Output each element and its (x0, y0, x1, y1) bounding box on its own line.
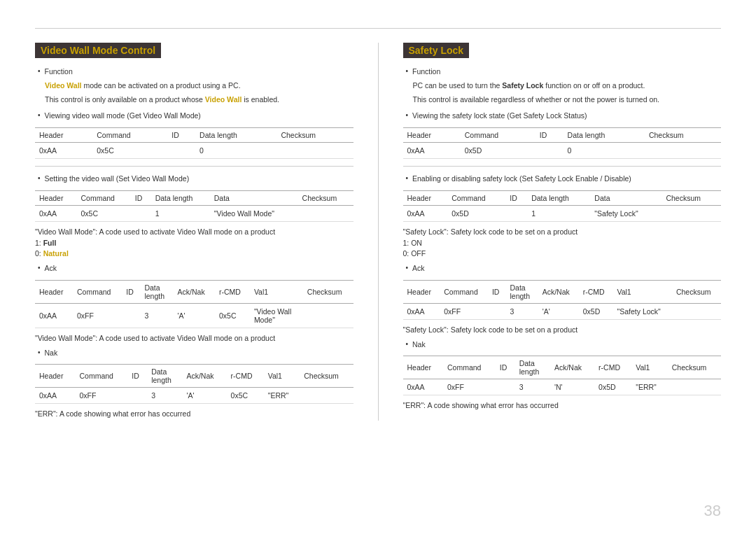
r-nak-col-id: ID (496, 356, 515, 379)
cell-command: 0x5C (76, 205, 130, 221)
r-ack-col-header: Header (403, 280, 440, 303)
cell-command: 0xFF (73, 303, 122, 328)
left-note1: "Video Wall Mode": A code used to activa… (35, 227, 354, 236)
cell-checksum (300, 388, 353, 404)
cell-datalength: 3 (515, 379, 550, 395)
right-value-0: 0: OFF (403, 249, 722, 258)
bullet-dot: • (38, 67, 41, 75)
nak-col-acknak: Ack/Nak (182, 365, 226, 388)
col-header-checksum2: Checksum (298, 190, 354, 205)
cell-acknak: 'A' (182, 388, 226, 404)
left-nak-label: Nak (45, 348, 58, 359)
r-ack-col-datalength: Datalength (506, 280, 538, 303)
col-header-datalength: Data length (195, 128, 276, 143)
r-ack-col-command: Command (440, 280, 488, 303)
r-ack-col-acknak: Ack/Nak (538, 280, 579, 303)
nak-col-header: Header (35, 365, 75, 388)
nak-col-checksum: Checksum (300, 365, 353, 388)
cell-datalength: 0 (564, 143, 645, 159)
nak-col-datalength: Datalength (147, 365, 182, 388)
col-header-datalength2: Data length (151, 190, 210, 205)
cell-id (167, 143, 195, 159)
left-column: Video Wall Mode Control • Function Video… (35, 43, 354, 421)
right-nak-bullet: • Nak (406, 339, 722, 351)
cell-checksum (303, 303, 354, 328)
cell-val1: "Video WallMode" (250, 303, 303, 328)
cell-id (488, 303, 506, 319)
left-err-note: "ERR": A code showing what error has occ… (35, 409, 354, 418)
cell-command: 0x5D (461, 143, 536, 159)
page-number: 38 (704, 502, 721, 520)
r-ack-col-checksum: Checksum (672, 280, 721, 303)
col-header-header2: Header (35, 190, 76, 205)
right-ack-table: Header Command ID Datalength Ack/Nak r-C… (403, 280, 722, 320)
r-ack-col-id: ID (488, 280, 506, 303)
right-viewing-bullet: • Viewing the safety lock state (Get Saf… (406, 111, 722, 122)
cell-datalength: 3 (506, 303, 538, 319)
cell-id (536, 143, 564, 159)
r-col-datalength: Data length (564, 128, 645, 143)
left-function-label: Function (45, 66, 73, 78)
cell-data: "Video Wall Mode" (210, 205, 298, 221)
cell-id (122, 303, 140, 328)
left-ack-table-section: Header Command ID Datalength Ack/Nak r-C… (35, 280, 354, 328)
ack-col-rcmd: r-CMD (215, 280, 250, 303)
nak-col-id: ID (127, 365, 147, 388)
right-nak-table-section: Header Command ID Datalength Ack/Nak r-C… (403, 356, 722, 395)
cell-checksum (298, 205, 354, 221)
cell-command: 0xFF (443, 379, 496, 395)
table-row: 0xAA 0xFF 3 'A' 0x5D "Safety Lock" (403, 303, 722, 319)
ack-col-val1: Val1 (250, 280, 303, 303)
r-col-checksum: Checksum (645, 128, 721, 143)
top-rule (35, 28, 721, 29)
col-header-data2: Data (210, 190, 298, 205)
cell-acknak: 'A' (538, 303, 579, 319)
r-ack-col-rcmd: r-CMD (579, 280, 613, 303)
ack-col-header: Header (35, 280, 73, 303)
page-container: Video Wall Mode Control • Function Video… (0, 0, 756, 534)
cell-header: 0xAA (403, 143, 461, 159)
r-nak-col-checksum: Checksum (668, 356, 721, 379)
cell-header: 0xAA (403, 379, 443, 395)
right-column: Safety Lock • Function PC can be used to… (403, 43, 722, 421)
col-header-checksum: Checksum (276, 128, 353, 143)
bullet-dot-ack: • (38, 264, 41, 272)
cell-rcmd: 0x5D (579, 303, 613, 319)
bullet-dot-r3: • (406, 174, 409, 182)
ack-col-datalength: Datalength (140, 280, 173, 303)
table-row: 0xAA 0x5C 1 "Video Wall Mode" (35, 205, 354, 221)
r-nak-col-rcmd: r-CMD (594, 356, 631, 379)
nak-col-val1: Val1 (264, 365, 300, 388)
ack-col-acknak: Ack/Nak (174, 280, 215, 303)
cell-command: 0x5D (447, 205, 505, 221)
left-note2: "Video Wall Mode": A code used to activa… (35, 334, 354, 342)
nak-col-command: Command (75, 365, 127, 388)
cell-id (505, 205, 527, 221)
cell-checksum (672, 303, 721, 319)
cell-id (127, 388, 147, 404)
right-set-table-section: Header Command ID Data length Data Check… (403, 190, 722, 222)
r-ack-col-val1: Val1 (612, 280, 671, 303)
safety-lock-highlight-1: Safety Lock (502, 81, 543, 90)
right-err-note: "ERR": A code showing what error has occ… (403, 401, 722, 409)
col-header-header: Header (35, 128, 92, 143)
left-nak-table: Header Command ID Datalength Ack/Nak r-C… (35, 364, 354, 404)
left-function-line2: This control is only available on a prod… (45, 94, 354, 106)
table-row: 0xAA 0xFF 3 'A' 0x5C "Video WallMode" (35, 303, 354, 328)
two-column-layout: Video Wall Mode Control • Function Video… (35, 43, 721, 421)
r-set-col-datalength: Data length (527, 190, 590, 205)
bullet-dot-3: • (38, 174, 41, 182)
ack-col-id: ID (122, 280, 140, 303)
table-row: 0xAA 0x5D 0 (403, 143, 722, 159)
left-value-1: 1: Full (35, 239, 354, 247)
right-function-bullet: • Function (406, 66, 722, 78)
right-note2: "Safety Lock": Safety lock code to be se… (403, 325, 722, 334)
r-set-col-checksum: Checksum (662, 190, 721, 205)
left-nak-table-section: Header Command ID Datalength Ack/Nak r-C… (35, 364, 354, 404)
cell-checksum (662, 205, 721, 221)
cell-header: 0xAA (35, 303, 73, 328)
right-get-table: Header Command ID Data length Checksum 0… (403, 127, 722, 159)
cell-rcmd: 0x5C (227, 388, 264, 404)
ack-col-checksum: Checksum (303, 280, 354, 303)
bullet-dot-r-nak: • (406, 340, 409, 348)
